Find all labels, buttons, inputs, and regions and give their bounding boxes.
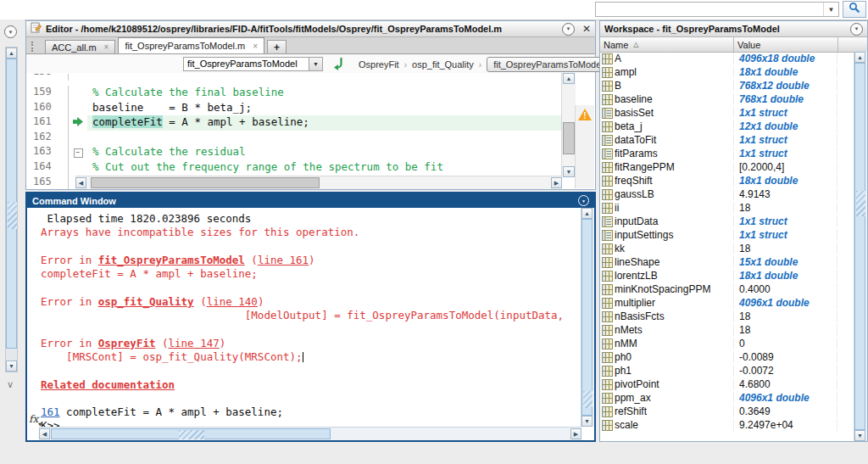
code-line[interactable]: 162: [26, 131, 562, 146]
workspace-row[interactable]: gaussLB4.9143: [600, 187, 854, 201]
panel-menu-icon[interactable]: ▼: [4, 25, 17, 38]
search-input[interactable]: [596, 3, 823, 16]
output-text[interactable]: Related documentation: [41, 378, 175, 391]
scroll-left-icon[interactable]: ◀: [75, 177, 86, 188]
breadcrumb-item[interactable]: fit_OspreyParamsToModel: [487, 57, 610, 72]
left-scrollbar[interactable]: ▲ ▼: [5, 47, 18, 372]
code-area[interactable]: 158159% Calculate the final baseline160b…: [26, 73, 595, 189]
editor-tab[interactable]: ACC_all.m×: [45, 40, 115, 53]
scrollbar-thumb[interactable]: [6, 59, 17, 349]
scrollbar-thumb[interactable]: [91, 177, 320, 188]
workspace-vertical-scrollbar[interactable]: ▲ ▼: [854, 52, 867, 441]
output-text[interactable]: OspreyFit: [98, 337, 156, 349]
workspace-row[interactable]: inputSettings1x1 struct: [600, 228, 854, 242]
code-line[interactable]: 164% Cut out the frequency range of the …: [26, 160, 562, 176]
code-line[interactable]: 160baseline = B * beta_j;: [26, 101, 562, 116]
search-dropdown-icon[interactable]: ▼: [823, 3, 838, 16]
command-prompt[interactable]: K>>: [41, 419, 579, 427]
workspace-row[interactable]: ampl18x1 double: [600, 65, 854, 79]
workspace-row[interactable]: minKnotSpacingPPM0.4000: [600, 282, 854, 296]
scroll-right-icon[interactable]: ▶: [551, 177, 562, 188]
scroll-down-icon[interactable]: ▼: [563, 166, 575, 177]
command-window-menu-icon[interactable]: ▼: [578, 195, 589, 206]
workspace-row[interactable]: nMM0: [600, 337, 854, 350]
search-box[interactable]: ▼: [595, 2, 839, 17]
workspace-row[interactable]: scale9.2497e+04: [600, 418, 854, 432]
editor-titlebar[interactable]: Editor - /home/k21089512/osprey/librarie…: [26, 21, 595, 37]
editor-vertical-scrollbar[interactable]: ▲ ▼: [561, 73, 576, 177]
line-number[interactable]: 162: [26, 131, 69, 146]
scrollbar-thumb[interactable]: [51, 428, 331, 439]
workspace-row[interactable]: basisSet1x1 struct: [600, 106, 854, 120]
workspace-row[interactable]: B768x12 double: [600, 79, 854, 92]
workspace-menu-icon[interactable]: ▼: [850, 23, 863, 36]
editor-horizontal-scrollbar[interactable]: ◀ ▶: [75, 176, 562, 189]
workspace-row[interactable]: lorentzLB18x1 double: [600, 269, 854, 282]
scrollbar-thumb[interactable]: [563, 122, 575, 154]
line-number[interactable]: 160: [26, 101, 69, 116]
scrollbar-thumb[interactable]: [581, 219, 593, 416]
scroll-up-icon[interactable]: ▲: [854, 52, 865, 63]
chevron-down-icon[interactable]: ▼: [309, 58, 322, 70]
scrollbar-thumb[interactable]: [854, 63, 865, 430]
workspace-row[interactable]: nMets18: [600, 323, 854, 337]
workspace-row[interactable]: fitRangePPM[0.2000,4]: [600, 160, 854, 174]
line-number[interactable]: 159: [26, 86, 69, 101]
scroll-up-icon[interactable]: ▲: [581, 208, 593, 219]
breadcrumb-item[interactable]: osp_fit_Quality: [412, 59, 474, 70]
workspace-row[interactable]: refShift0.3649: [600, 405, 854, 418]
output-text[interactable]: line 147: [169, 337, 220, 349]
line-number[interactable]: 163: [26, 145, 69, 160]
workspace-row[interactable]: fitParams1x1 struct: [600, 147, 854, 160]
code-line[interactable]: 158: [26, 74, 562, 86]
workspace-row[interactable]: multiplier4096x1 double: [600, 296, 854, 310]
line-link[interactable]: 161: [41, 405, 60, 418]
workspace-row[interactable]: A4096x18 double: [600, 52, 854, 65]
output-text[interactable]: osp_fit_Quality: [98, 295, 194, 308]
workspace-row[interactable]: pivotPoint4.6800: [600, 377, 854, 391]
editor-menu-icon[interactable]: ▼: [562, 23, 575, 36]
output-text[interactable]: fit_OspreyParamsToModel: [98, 254, 245, 266]
scroll-up-icon[interactable]: ▲: [563, 73, 575, 84]
code-line[interactable]: 161completeFit = A * ampl + baseline;: [26, 115, 562, 131]
function-selector[interactable]: fit_OspreyParamsToModel ▼: [183, 57, 323, 71]
scroll-left-icon[interactable]: ◀: [39, 428, 50, 439]
warning-icon[interactable]: !: [578, 109, 592, 124]
workspace-titlebar[interactable]: Workspace - fit_OspreyParamsToModel ▼: [600, 21, 867, 37]
scroll-down-icon[interactable]: ▼: [854, 430, 865, 441]
workspace-row[interactable]: ph0-0.0089: [600, 350, 854, 364]
tab-close-icon[interactable]: ×: [253, 42, 258, 51]
new-tab-button[interactable]: +: [267, 40, 287, 53]
tab-drag-handle-icon[interactable]: [31, 42, 37, 52]
workspace-row[interactable]: lineShape15x1 double: [600, 255, 854, 269]
editor-tab[interactable]: fit_OspreyParamsToModel.m×: [118, 37, 264, 53]
collapse-chevron-icon[interactable]: ∨: [7, 379, 14, 390]
workspace-row[interactable]: ph1-0.0072: [600, 364, 854, 377]
command-window-body[interactable]: Elapsed time 1820.023896 secondsArrays h…: [27, 208, 594, 440]
fold-toggle-icon[interactable]: −: [74, 148, 83, 158]
tab-close-icon[interactable]: ×: [104, 42, 109, 52]
line-number[interactable]: 165: [26, 176, 69, 189]
workspace-row[interactable]: inputData1x1 struct: [600, 215, 854, 228]
goto-function-icon[interactable]: [331, 57, 344, 75]
search-button[interactable]: [843, 1, 866, 18]
scroll-right-icon[interactable]: ▶: [570, 428, 581, 439]
scroll-up-icon[interactable]: ▲: [6, 48, 17, 59]
column-header-value[interactable]: Value: [734, 37, 838, 52]
scroll-down-icon[interactable]: ▼: [6, 361, 17, 372]
workspace-row[interactable]: ii18: [600, 201, 854, 215]
line-number[interactable]: 158: [26, 74, 69, 81]
line-number[interactable]: 164: [26, 160, 69, 176]
workspace-row[interactable]: freqShift18x1 double: [600, 174, 854, 187]
workspace-row[interactable]: dataToFit1x1 struct: [600, 133, 854, 147]
code-line[interactable]: 159% Calculate the final baseline: [26, 86, 562, 101]
breadcrumb-item[interactable]: OspreyFit: [359, 59, 399, 70]
workspace-row[interactable]: baseline768x1 double: [600, 92, 854, 106]
editor-close-icon[interactable]: ✕: [582, 24, 591, 34]
column-header-name[interactable]: Name△: [600, 37, 734, 52]
workspace-row[interactable]: kk18: [600, 242, 854, 255]
command-window-titlebar[interactable]: Command Window ▼: [27, 193, 594, 208]
scroll-down-icon[interactable]: ▼: [581, 416, 593, 427]
command-vertical-scrollbar[interactable]: ▲ ▼: [581, 208, 594, 427]
code-line[interactable]: 163−% Calculate the residual: [26, 145, 562, 160]
